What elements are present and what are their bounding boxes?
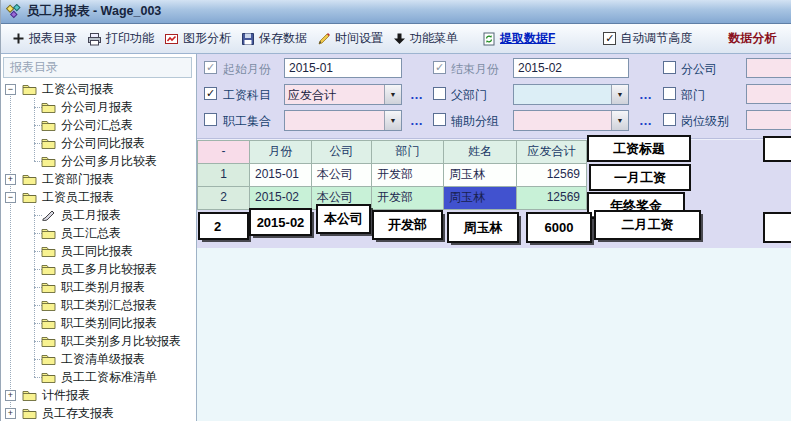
tree-item[interactable]: +计件报表 [1,386,197,404]
edit-row-cell[interactable]: 本公司 [316,204,371,234]
tree-item[interactable]: 员工月报表 [1,206,197,224]
branch-company-field[interactable] [746,58,791,78]
aux-group-more-button[interactable]: … [638,116,654,130]
tree-children: 员工月报表员工汇总表员工同比报表员工多月比较报表职工类别月报表职工类别汇总报表职… [1,206,197,386]
staff-set-value [285,111,384,130]
aux-group-select[interactable]: ▼ [513,110,629,131]
title-bar: 员工月报表 - Wage_003 [1,0,791,24]
expand-icon[interactable]: + [5,174,16,185]
title-column-header[interactable]: 工资标题 [587,135,691,162]
chart-icon [164,32,179,46]
table-cell[interactable]: 周玉林 [444,164,517,187]
tree-item-label: 职工类别月报表 [61,279,145,296]
start-month-checkbox[interactable]: ✓ [204,61,217,74]
tree-item[interactable]: 职工类别月报表 [1,278,197,296]
dropdown-arrow-icon[interactable]: ▼ [384,111,401,130]
tree-item[interactable]: −工资员工报表 [1,188,197,206]
extract-icon [482,32,496,46]
expand-icon[interactable]: + [5,390,16,401]
toolbar-button-data-analysis[interactable]: 数据分析 [723,28,781,49]
end-month-input[interactable] [513,58,629,78]
end-month-checkbox[interactable]: ✓ [433,61,446,74]
toolbar-button-chart-analysis[interactable]: 图形分析 [159,28,236,49]
printer-icon [87,32,102,46]
tree-item[interactable]: 员工多月比较报表 [1,260,197,278]
table-header-cell[interactable]: 公司 [312,141,372,164]
table-cell[interactable]: 开发部 [372,187,444,210]
aux-group-checkbox[interactable] [433,113,446,126]
toolbar-button-label: 报表目录 [29,30,77,47]
tree-item[interactable]: −工资公司报表 [1,80,197,98]
collapse-icon[interactable]: − [5,84,16,95]
edit-row-cell[interactable]: 二月工资 [594,210,701,240]
table-cell[interactable]: 本公司 [312,164,372,187]
edit-row-cell[interactable]: 2 [198,212,249,240]
dropdown-arrow-icon[interactable]: ▼ [611,111,628,130]
table-cell[interactable]: 开发部 [372,164,444,187]
auto-height-checkbox[interactable]: ✓ [603,32,616,45]
table-cell[interactable]: 12569 [517,187,587,210]
title-column-cell[interactable]: 一月工资 [589,164,691,191]
toolbar-button-report-directory[interactable]: 报表目录 [7,28,82,49]
tree-item[interactable]: 分公司月报表 [1,98,197,116]
tree-item[interactable]: 员工工资标准清单 [1,368,197,386]
parent-dept-checkbox[interactable] [433,87,446,100]
folder-icon [41,101,56,113]
tree-item[interactable]: 职工类别多月比较报表 [1,332,197,350]
tree-item[interactable]: 职工类别汇总报表 [1,296,197,314]
table-header-cell[interactable]: 月份 [250,141,312,164]
edit-row-cell[interactable]: 2015-02 [249,208,312,236]
dropdown-arrow-icon[interactable]: ▼ [611,85,628,104]
sidebar: 报表目录 −工资公司报表分公司月报表分公司汇总表分公司同比报表分公司多月比较表+… [1,54,197,421]
table-cell[interactable]: 1 [198,164,250,187]
branch-company-label: 分公司 [681,61,717,78]
tree-item[interactable]: 分公司多月比较表 [1,152,197,170]
position-level-checkbox[interactable] [663,113,676,126]
toolbar-button-save-data[interactable]: 保存数据 [236,28,312,49]
salary-item-checkbox[interactable]: ✓ [204,87,217,100]
toolbar-button-print[interactable]: 打印功能 [82,28,159,49]
salary-item-more-button[interactable]: … [409,90,425,104]
edit-row-cell[interactable]: 开发部 [372,210,443,240]
parent-dept-select[interactable]: ▼ [513,84,629,105]
edit-row-cell[interactable]: 周玉林 [447,212,519,243]
start-month-input[interactable] [284,58,402,78]
table-cell[interactable]: 12569 [517,164,587,187]
tree-item[interactable]: 员工同比报表 [1,242,197,260]
table-cell[interactable]: 周玉林 [444,187,517,210]
table-header-cell[interactable]: - [198,141,250,164]
salary-item-select[interactable]: 应发合计▼ [284,84,402,105]
parent-dept-more-button[interactable]: … [638,90,654,104]
tree-item[interactable]: 工资清单级报表 [1,350,197,368]
toolbar-button-label: 保存数据 [259,30,307,47]
edit-row-cell[interactable]: 6000 [526,212,592,243]
toolbar-button-auto-height[interactable]: ✓自动调节高度 [598,28,697,49]
toolbar-button-extract-data[interactable]: 提取数据F [477,28,560,49]
staff-set-more-button[interactable]: … [409,116,425,130]
dropdown-arrow-icon[interactable]: ▼ [384,85,401,104]
toolbar-button-function-menu[interactable]: 功能菜单 [388,28,463,49]
table-header-cell[interactable]: 姓名 [444,141,517,164]
table-cell[interactable]: 2015-01 [250,164,312,187]
tree-item[interactable]: +员工存支报表 [1,404,197,421]
toolbar-button-time-settings[interactable]: 时间设置 [312,28,388,49]
tree-item[interactable]: 员工汇总表 [1,224,197,242]
branch-company-checkbox[interactable] [663,61,676,74]
folder-icon [22,191,37,203]
expand-icon[interactable]: + [5,408,16,419]
collapse-icon[interactable]: − [5,192,16,203]
tree-item[interactable]: +工资部门报表 [1,170,197,188]
department-field[interactable] [746,84,791,104]
position-level-field[interactable] [746,110,791,130]
table-cell[interactable]: 2015-02 [250,187,312,210]
table-header-cell[interactable]: 应发合计 [517,141,587,164]
staff-set-select[interactable]: ▼ [284,110,402,131]
department-checkbox[interactable] [663,87,676,100]
staff-set-checkbox[interactable] [204,113,217,126]
tree-item-label: 员工同比报表 [61,243,133,260]
tree-item[interactable]: 分公司汇总表 [1,116,197,134]
table-cell[interactable]: 2 [198,187,250,210]
tree-item[interactable]: 职工类别同比报表 [1,314,197,332]
tree-item[interactable]: 分公司同比报表 [1,134,197,152]
table-header-cell[interactable]: 部门 [372,141,444,164]
